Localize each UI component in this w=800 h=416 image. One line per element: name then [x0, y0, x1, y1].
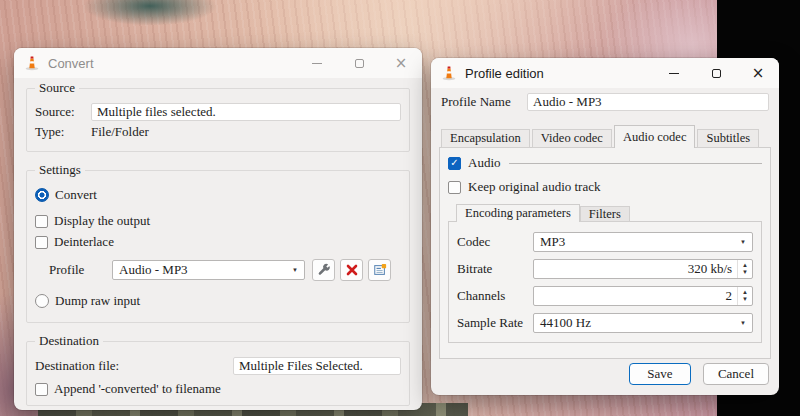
append-converted-checkbox[interactable] [35, 383, 48, 396]
profile-label: Profile [49, 262, 112, 278]
close-icon[interactable]: × [386, 50, 416, 76]
desktop: Convert × Source Source: Multiple files … [0, 0, 800, 416]
audio-checkbox[interactable]: ✓ [448, 157, 461, 170]
codec-label: Codec [457, 234, 533, 250]
spin-down-icon[interactable]: ▼ [742, 296, 748, 303]
type-value: File/Folder [91, 124, 147, 140]
channels-spinbox[interactable]: 2 ▲ ▼ [533, 286, 753, 306]
convert-window: Convert × Source Source: Multiple files … [14, 48, 422, 410]
spin-up-icon[interactable]: ▲ [742, 262, 748, 269]
source-value: Multiple files selected. [97, 104, 216, 120]
maximize-icon[interactable] [344, 50, 374, 76]
append-converted-label: Append '-converted' to filename [54, 381, 221, 397]
profile-titlebar: Profile edition × [431, 58, 779, 88]
channels-value: 2 [540, 288, 737, 304]
destination-file-input[interactable]: Multiple Files Selected. [233, 357, 401, 375]
convert-radio-label: Convert [55, 187, 97, 203]
window-title: Profile edition [465, 66, 647, 81]
bitrate-value: 320 kb/s [540, 261, 737, 277]
destination-file-value: Multiple Files Selected. [239, 358, 363, 374]
spin-down-icon[interactable]: ▼ [742, 269, 748, 276]
delete-x-icon [346, 264, 358, 276]
keep-original-row[interactable]: Keep original audio track [448, 179, 762, 195]
window-title: Convert [48, 56, 290, 71]
bitrate-spinbox[interactable]: 320 kb/s ▲ ▼ [533, 259, 753, 279]
minimize-icon[interactable] [302, 50, 332, 76]
keep-original-checkbox[interactable] [448, 181, 461, 194]
deinterlace-checkbox[interactable] [35, 236, 48, 249]
display-output-checkbox[interactable] [35, 215, 48, 228]
encoding-subtabs: Encoding parameters Filters [456, 203, 762, 221]
minimize-icon[interactable] [659, 60, 689, 86]
tab-video-codec[interactable]: Video codec [532, 129, 612, 148]
profile-select[interactable]: Audio - MP3 ▼ [112, 260, 305, 280]
profile-name-label: Profile Name [441, 94, 527, 110]
profile-selected-value: Audio - MP3 [119, 262, 288, 278]
destination-group-legend: Destination [35, 333, 103, 349]
spin-up-icon[interactable]: ▲ [742, 289, 748, 296]
profile-name-value: Audio - MP3 [533, 94, 602, 110]
channels-label: Channels [457, 288, 533, 304]
codec-select[interactable]: MP3 ▼ [533, 232, 753, 252]
delete-profile-button[interactable] [340, 259, 363, 281]
new-profile-button[interactable] [368, 259, 391, 281]
dropdown-arrow-icon: ▼ [292, 267, 298, 273]
dump-raw-row[interactable]: Dump raw input [35, 293, 401, 309]
source-input[interactable]: Multiple files selected. [91, 103, 401, 121]
source-label: Source: [35, 104, 91, 120]
profile-name-input[interactable]: Audio - MP3 [527, 93, 769, 111]
deinterlace-row[interactable]: Deinterlace [35, 234, 401, 250]
maximize-icon[interactable] [701, 60, 731, 86]
append-converted-row[interactable]: Append '-converted' to filename [35, 381, 401, 397]
tab-subtitles[interactable]: Subtitles [697, 129, 759, 148]
vlc-cone-icon [24, 55, 40, 71]
convert-titlebar: Convert × [14, 48, 422, 78]
source-group: Source Source: Multiple files selected. … [26, 80, 410, 152]
vlc-cone-icon [441, 65, 457, 81]
sample-rate-value: 44100 Hz [540, 315, 736, 331]
convert-radio[interactable] [35, 188, 49, 202]
encoding-parameters-panel: Codec MP3 ▼ Bitrate 320 kb/s ▲ ▼ [448, 221, 762, 343]
audio-checkbox-label: Audio [468, 155, 501, 171]
codec-tabs: Encapsulation Video codec Audio codec Su… [441, 124, 771, 147]
dump-raw-radio[interactable] [35, 294, 49, 308]
bitrate-label: Bitrate [457, 261, 533, 277]
source-group-legend: Source [35, 80, 79, 96]
type-label: Type: [35, 124, 91, 140]
settings-group-legend: Settings [35, 162, 85, 178]
sample-rate-label: Sample Rate [457, 315, 533, 331]
subtab-encoding-parameters[interactable]: Encoding parameters [456, 204, 580, 222]
close-icon[interactable]: × [743, 60, 773, 86]
edit-profile-button[interactable] [312, 259, 335, 281]
wrench-icon [317, 263, 331, 277]
cancel-button[interactable]: Cancel [703, 363, 769, 385]
display-output-label: Display the output [54, 213, 150, 229]
tab-encapsulation[interactable]: Encapsulation [441, 129, 530, 148]
subtab-filters[interactable]: Filters [580, 206, 630, 222]
keep-original-label: Keep original audio track [468, 179, 600, 195]
settings-group: Settings Convert Display the output Dein… [26, 162, 410, 323]
profile-edition-window: Profile edition × Profile Name Audio - M… [431, 58, 779, 395]
deinterlace-label: Deinterlace [54, 234, 114, 250]
display-output-row[interactable]: Display the output [35, 213, 401, 229]
dump-raw-label: Dump raw input [55, 293, 140, 309]
save-button[interactable]: Save [629, 363, 691, 385]
sample-rate-select[interactable]: 44100 Hz ▼ [533, 313, 753, 333]
convert-radio-row[interactable]: Convert [35, 187, 401, 203]
destination-file-label: Destination file: [35, 358, 233, 374]
separator-line [509, 163, 763, 164]
new-profile-icon [373, 263, 387, 277]
destination-group: Destination Destination file: Multiple F… [26, 333, 410, 406]
dropdown-arrow-icon: ▼ [740, 320, 746, 326]
dropdown-arrow-icon: ▼ [740, 239, 746, 245]
tab-audio-codec[interactable]: Audio codec [614, 125, 696, 148]
audio-codec-panel: ✓ Audio Keep original audio track Encodi… [439, 147, 771, 359]
codec-value: MP3 [540, 234, 736, 250]
